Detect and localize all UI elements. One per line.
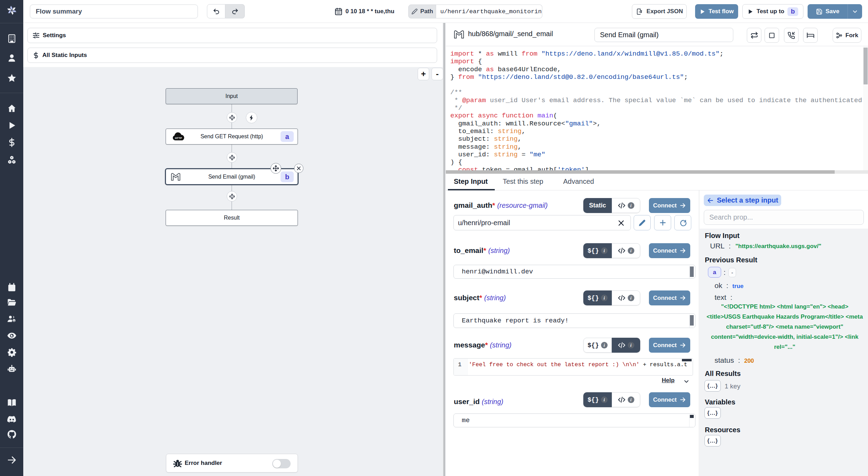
- svg-text:HTTP: HTTP: [175, 137, 182, 140]
